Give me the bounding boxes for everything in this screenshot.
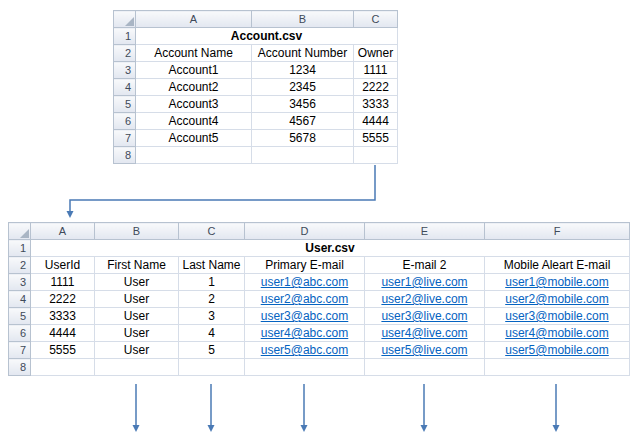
cell[interactable]: Account1 — [136, 62, 252, 79]
column-header-d[interactable]: D — [245, 223, 365, 240]
row-header-8[interactable]: 8 — [114, 147, 136, 164]
cell[interactable]: User — [95, 308, 179, 325]
email-link[interactable]: user5@abc.com — [261, 343, 349, 357]
cell[interactable]: 4567 — [252, 113, 354, 130]
cell[interactable]: 5 — [179, 342, 245, 359]
cell-empty[interactable] — [136, 147, 252, 164]
email-link[interactable]: user1@mobile.com — [505, 275, 609, 289]
sheet-title-cell[interactable]: User.csv — [31, 240, 630, 257]
row-header-3[interactable]: 3 — [114, 62, 136, 79]
row-header-7[interactable]: 7 — [9, 342, 31, 359]
email-link[interactable]: user3@mobile.com — [505, 309, 609, 323]
cell-empty[interactable] — [252, 147, 354, 164]
cell[interactable]: User — [95, 274, 179, 291]
header-cell[interactable]: Primary E-mail — [245, 257, 365, 274]
cell[interactable]: Account2 — [136, 79, 252, 96]
email-link[interactable]: user3@live.com — [381, 309, 467, 323]
cell[interactable]: 1111 — [31, 274, 95, 291]
table-row: 1 Account.csv — [114, 28, 398, 45]
cell[interactable]: Account4 — [136, 113, 252, 130]
cell[interactable]: 3 — [179, 308, 245, 325]
cell[interactable]: 1234 — [252, 62, 354, 79]
email-link[interactable]: user1@abc.com — [261, 275, 349, 289]
email-link[interactable]: user1@live.com — [381, 275, 467, 289]
row-header-6[interactable]: 6 — [114, 113, 136, 130]
column-header-c[interactable]: C — [179, 223, 245, 240]
select-all-corner[interactable] — [114, 11, 136, 28]
row-header-5[interactable]: 5 — [114, 96, 136, 113]
column-header-a[interactable]: A — [136, 11, 252, 28]
cell[interactable]: 3333 — [31, 308, 95, 325]
row-header-5[interactable]: 5 — [9, 308, 31, 325]
cell[interactable]: 5555 — [31, 342, 95, 359]
sheet-title-cell[interactable]: Account.csv — [136, 28, 398, 45]
cell[interactable]: User — [95, 342, 179, 359]
select-all-triangle-icon — [125, 17, 134, 26]
header-cell[interactable]: First Name — [95, 257, 179, 274]
cell[interactable]: 2222 — [354, 79, 398, 96]
column-header-b[interactable]: B — [95, 223, 179, 240]
cell-empty[interactable] — [245, 359, 365, 376]
cell[interactable]: 4 — [179, 325, 245, 342]
column-header-e[interactable]: E — [365, 223, 485, 240]
cell[interactable]: 1111 — [354, 62, 398, 79]
cell[interactable]: 4444 — [354, 113, 398, 130]
row-header-4[interactable]: 4 — [9, 291, 31, 308]
table-row: 2 Account Name Account Number Owner — [114, 45, 398, 62]
owner-to-userid-arrow — [70, 165, 375, 216]
header-cell[interactable]: Last Name — [179, 257, 245, 274]
row-header-1[interactable]: 1 — [114, 28, 136, 45]
header-cell[interactable]: Mobile Aleart E-mail — [485, 257, 630, 274]
row-header-7[interactable]: 7 — [114, 130, 136, 147]
cell[interactable]: 2345 — [252, 79, 354, 96]
email-link[interactable]: user2@mobile.com — [505, 292, 609, 306]
header-cell[interactable]: Owner — [354, 45, 398, 62]
cell[interactable]: 4444 — [31, 325, 95, 342]
cell[interactable]: User — [95, 291, 179, 308]
email-link[interactable]: user2@live.com — [381, 292, 467, 306]
header-cell[interactable]: Account Number — [252, 45, 354, 62]
cell[interactable]: 3456 — [252, 96, 354, 113]
email-link[interactable]: user2@abc.com — [261, 292, 349, 306]
column-header-c[interactable]: C — [354, 11, 398, 28]
row-header-2[interactable]: 2 — [114, 45, 136, 62]
header-cell[interactable]: Account Name — [136, 45, 252, 62]
email-link[interactable]: user4@mobile.com — [505, 326, 609, 340]
column-header-b[interactable]: B — [252, 11, 354, 28]
cell[interactable]: 3333 — [354, 96, 398, 113]
email-link[interactable]: user5@live.com — [381, 343, 467, 357]
row-header-2[interactable]: 2 — [9, 257, 31, 274]
cell-email: user1@live.com — [365, 274, 485, 291]
row-header-3[interactable]: 3 — [9, 274, 31, 291]
cell[interactable]: Account3 — [136, 96, 252, 113]
cell[interactable]: 2 — [179, 291, 245, 308]
row-header-4[interactable]: 4 — [114, 79, 136, 96]
row-header-6[interactable]: 6 — [9, 325, 31, 342]
column-header-a[interactable]: A — [31, 223, 95, 240]
cell[interactable]: Account5 — [136, 130, 252, 147]
cell[interactable]: 2222 — [31, 291, 95, 308]
cell-email: user3@live.com — [365, 308, 485, 325]
cell-email: user4@live.com — [365, 325, 485, 342]
cell[interactable]: 1 — [179, 274, 245, 291]
row-header-8[interactable]: 8 — [9, 359, 31, 376]
cell-empty[interactable] — [365, 359, 485, 376]
cell-email: user5@abc.com — [245, 342, 365, 359]
header-cell[interactable]: E-mail 2 — [365, 257, 485, 274]
row-header-1[interactable]: 1 — [9, 240, 31, 257]
cell-empty[interactable] — [95, 359, 179, 376]
select-all-corner[interactable] — [9, 223, 31, 240]
cell-empty[interactable] — [485, 359, 630, 376]
cell[interactable]: 5555 — [354, 130, 398, 147]
email-link[interactable]: user5@mobile.com — [505, 343, 609, 357]
email-link[interactable]: user3@abc.com — [261, 309, 349, 323]
cell-empty[interactable] — [31, 359, 95, 376]
cell-empty[interactable] — [179, 359, 245, 376]
column-header-f[interactable]: F — [485, 223, 630, 240]
cell[interactable]: 5678 — [252, 130, 354, 147]
cell-empty[interactable] — [354, 147, 398, 164]
cell[interactable]: User — [95, 325, 179, 342]
header-cell[interactable]: UserId — [31, 257, 95, 274]
email-link[interactable]: user4@live.com — [381, 326, 467, 340]
email-link[interactable]: user4@abc.com — [261, 326, 349, 340]
